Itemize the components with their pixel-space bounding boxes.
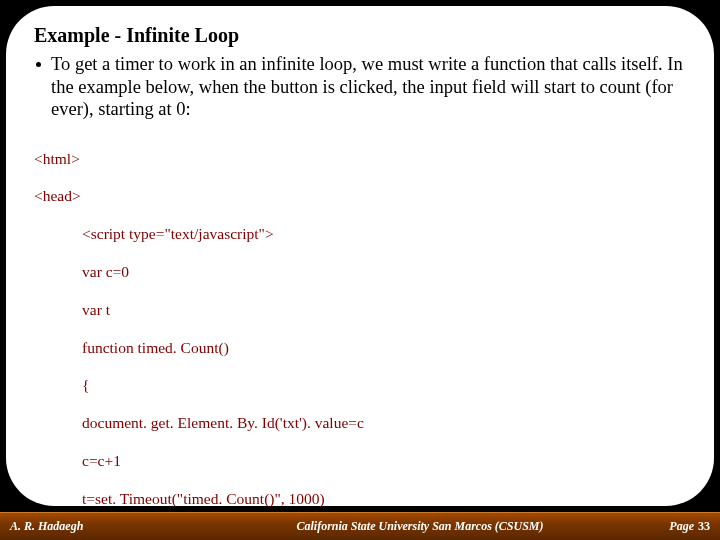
page-label: Page — [669, 519, 694, 533]
code-line: var c=0 — [34, 263, 686, 282]
code-line: <head> — [34, 187, 686, 206]
footer-author: A. R. Hadaegh — [0, 519, 200, 534]
code-line: c=c+1 — [34, 452, 686, 471]
code-line: var t — [34, 301, 686, 320]
bullet-dot-icon — [36, 62, 41, 67]
code-line: <html> — [34, 150, 686, 169]
code-line: document. get. Element. By. Id('txt'). v… — [34, 414, 686, 433]
bullet-text: To get a timer to work in an infinite lo… — [51, 53, 686, 121]
footer-institution: California State University San Marcos (… — [200, 519, 640, 534]
code-line: { — [34, 376, 686, 395]
slide-title: Example - Infinite Loop — [34, 24, 686, 47]
bullet-item: To get a timer to work in an infinite lo… — [34, 53, 686, 121]
code-line: t=set. Timeout("timed. Count()", 1000) — [34, 490, 686, 509]
slide-footer: A. R. Hadaegh California State Universit… — [0, 512, 720, 540]
footer-page: Page33 — [640, 519, 720, 534]
page-number: 33 — [698, 519, 710, 533]
code-line: function timed. Count() — [34, 339, 686, 358]
slide-body: Example - Infinite Loop To get a timer t… — [6, 6, 714, 506]
code-line: <script type="text/javascript"> — [34, 225, 686, 244]
code-example: <html> <head> <script type="text/javascr… — [34, 131, 686, 540]
